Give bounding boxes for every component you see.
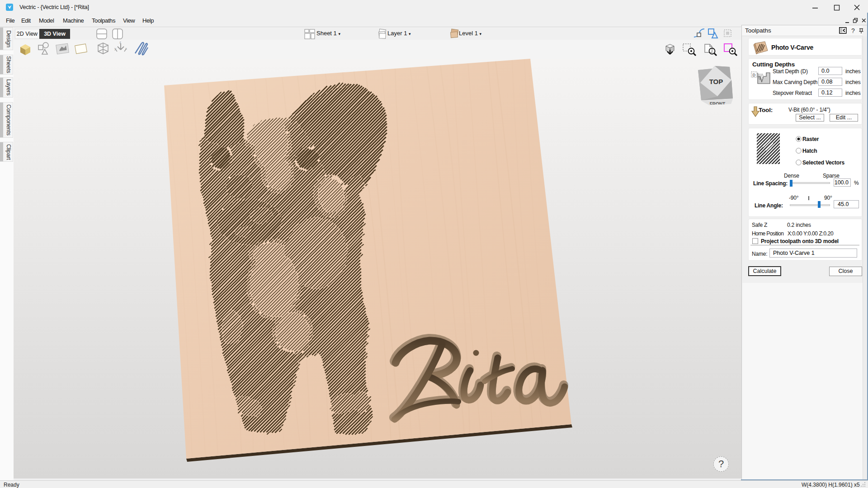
svg-text:x: x [125,47,127,51]
svg-text:D: D [753,73,756,77]
svg-text:z: z [119,41,121,44]
svg-text:TOP: TOP [709,78,723,85]
svg-text:y: y [114,47,116,51]
svg-text:?: ? [851,27,855,34]
svg-text:FRONT: FRONT [710,102,725,107]
